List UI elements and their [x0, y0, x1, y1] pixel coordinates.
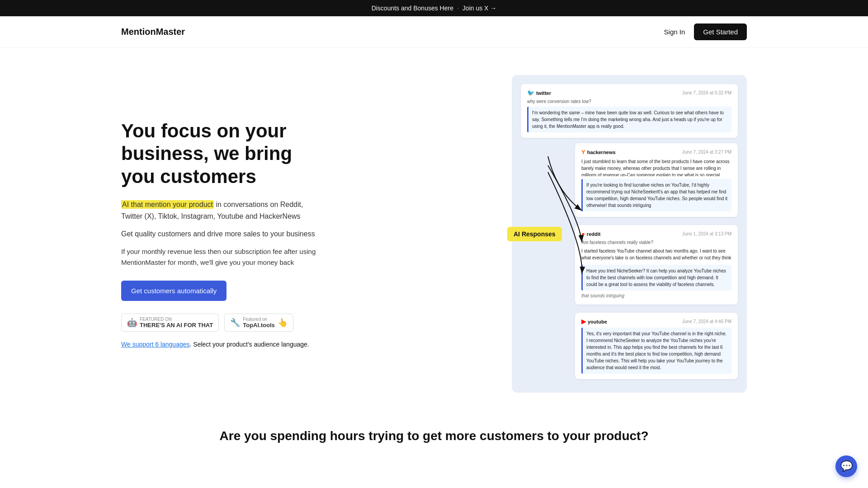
badge1-main: THERE'S AN AI FOR THAT — [140, 322, 213, 328]
hn-platform: Y hackernews — [581, 149, 616, 155]
twitter-card-area: 🐦 twitter June 7, 2024 at 5:32 PM why we… — [521, 84, 738, 138]
hn-response2: If you're looking to find lucrative nich… — [581, 179, 731, 211]
reddit-icon: ● — [581, 230, 585, 237]
reddit-card-header: ● reddit June 1, 2024 at 3:13 PM — [581, 230, 731, 237]
hero-title: You focus on your business, we bring you… — [121, 120, 320, 188]
badge1-small: FEATURED ON — [140, 317, 213, 322]
hero-highlight: AI that mention your product — [121, 200, 214, 209]
hero-cta-button[interactable]: Get customers automatically — [121, 281, 226, 301]
hero-section: You focus on your business, we bring you… — [0, 48, 868, 411]
get-started-button[interactable]: Get Started — [694, 23, 747, 40]
youtube-response: Yes, it's very important that your YouTu… — [581, 328, 731, 374]
twitter-icon: 🐦 — [527, 89, 534, 96]
twitter-date: June 7, 2024 at 5:32 PM — [682, 90, 731, 95]
hero-quality-text: Get quality customers and drive more sal… — [121, 228, 320, 240]
banner-dot: · — [457, 5, 459, 12]
right-cards: Y hackernews June 7, 2024 at 3:27 PM I j… — [575, 143, 738, 384]
hero-subtitle: AI that mention your product in conversa… — [121, 199, 320, 222]
reddit-platform: ● reddit — [581, 230, 600, 237]
twitter-response: I'm wondering the same – mine have been … — [527, 107, 731, 132]
languages-link[interactable]: We support 6 languages — [121, 341, 190, 348]
badge-topai: 🔧 Featured on TopAI.tools 👆 — [224, 314, 293, 332]
reddit-response2: Have you tried NicheSeeker? It can help … — [581, 265, 731, 291]
signin-button[interactable]: Sign In — [664, 28, 685, 36]
reddit-response: I started faceless YouTube channel about… — [581, 248, 731, 262]
nav-logo: MentionMaster — [121, 27, 185, 37]
bottom-question: Are you spending hours trying to get mor… — [0, 411, 868, 452]
top-banner: Discounts and Bonuses Here · Join us X → — [0, 0, 868, 16]
twitter-card: 🐦 twitter June 7, 2024 at 5:32 PM why we… — [521, 84, 738, 138]
youtube-date: June 7, 2024 at 4:46 PM — [682, 319, 731, 324]
nav-actions: Sign In Get Started — [664, 23, 747, 40]
topai-badge-icon: 🔧 — [230, 318, 240, 328]
hn-response: I just stumbled to learn that some of th… — [581, 158, 731, 176]
hn-card-header: Y hackernews June 7, 2024 at 3:27 PM — [581, 149, 731, 155]
hero-mockup: AI Responses 🐦 twitter June 7, 2024 at 5… — [512, 75, 747, 393]
youtube-card-header: ▶ youtube June 7, 2024 at 4:46 PM — [581, 318, 731, 325]
banner-link[interactable]: Join us X → — [462, 5, 496, 12]
ai-responses-badge: AI Responses — [507, 227, 562, 241]
twitter-platform: 🐦 twitter — [527, 89, 551, 96]
hero-guarantee: If your monthly revenue less then our su… — [121, 246, 320, 268]
topai-hand-icon: 👆 — [278, 318, 288, 328]
badge1-text: FEATURED ON THERE'S AN AI FOR THAT — [140, 317, 213, 328]
badge-ai-for-that: 🤖 FEATURED ON THERE'S AN AI FOR THAT — [121, 314, 219, 332]
badge2-main: TopAI.tools — [243, 322, 275, 328]
youtube-icon: ▶ — [581, 318, 586, 325]
youtube-card: ▶ youtube June 7, 2024 at 4:46 PM Yes, i… — [575, 313, 738, 379]
ai-badge-icon: 🤖 — [127, 318, 137, 328]
navbar: MentionMaster Sign In Get Started — [0, 16, 868, 48]
hackernews-card: Y hackernews June 7, 2024 at 3:27 PM I j… — [575, 143, 738, 217]
badges-row: 🤖 FEATURED ON THERE'S AN AI FOR THAT 🔧 F… — [121, 314, 320, 332]
languages-row: We support 6 languages. Select your prod… — [121, 341, 320, 348]
twitter-question: why were conversion rates low? — [527, 99, 731, 104]
badge2-text: Featured on TopAI.tools — [243, 317, 275, 328]
youtube-platform: ▶ youtube — [581, 318, 607, 325]
banner-text: Discounts and Bonuses Here — [372, 5, 453, 12]
reddit-card: ● reddit June 1, 2024 at 3:13 PM Are fac… — [575, 225, 738, 305]
twitter-card-header: 🐦 twitter June 7, 2024 at 5:32 PM — [527, 89, 731, 96]
reddit-response3: that sounds intriguing — [581, 292, 731, 299]
reddit-date: June 1, 2024 at 3:13 PM — [682, 231, 731, 236]
hn-date: June 7, 2024 at 3:27 PM — [682, 150, 731, 155]
hero-left: You focus on your business, we bring you… — [121, 120, 320, 348]
languages-rest: . Select your product's audience languag… — [190, 341, 309, 348]
hackernews-icon: Y — [581, 149, 585, 155]
reddit-question: Are faceless channels really viable? — [581, 240, 731, 245]
badge2-small: Featured on — [243, 317, 275, 322]
